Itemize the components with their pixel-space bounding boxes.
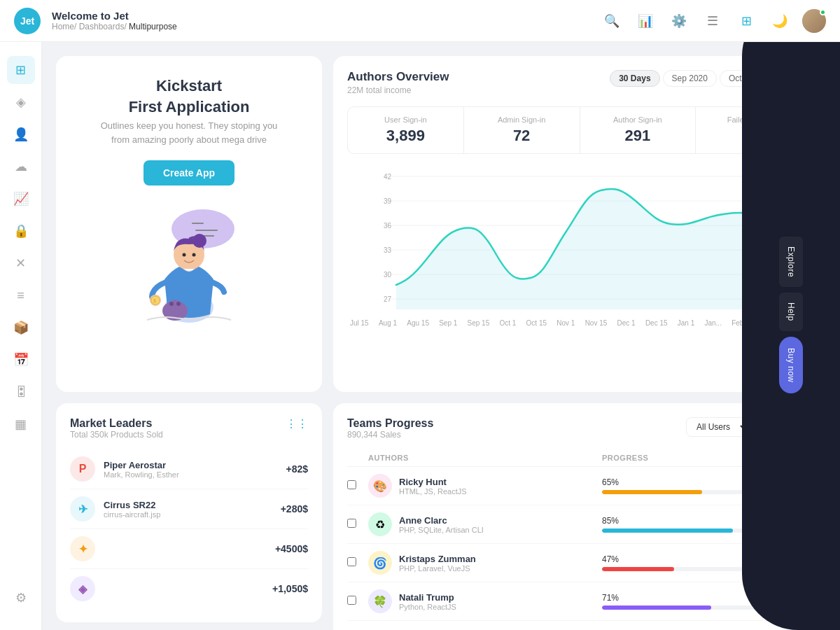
market-name: Cirrus SR22 (104, 500, 281, 510)
breadcrumb: Home/ Dashboards/ Multipurpose (52, 22, 601, 31)
authors-title: Authors Overview (347, 70, 449, 84)
market-value: +1,050$ (272, 583, 308, 594)
sidebar-item-lock[interactable]: 🔒 (7, 217, 35, 245)
buy-now-button[interactable]: Buy now (779, 337, 803, 394)
market-value: +4500$ (275, 543, 308, 554)
svg-text:30: 30 (384, 271, 392, 279)
progress-bar-wrap (602, 567, 756, 571)
stat-author-signin-value: 291 (586, 127, 690, 145)
main-content: Kickstart First Application Outlines kee… (42, 42, 840, 630)
teams-title: Teams Progress (347, 417, 433, 430)
explore-button[interactable]: Explore (779, 237, 803, 287)
help-button[interactable]: Help (779, 293, 803, 331)
teams-user-select[interactable]: All Users (686, 417, 750, 437)
progress-bar-wrap (602, 528, 756, 533)
sidebar-item-calendar[interactable]: 📅 (7, 346, 35, 374)
menu-icon[interactable]: ☰ (701, 10, 724, 32)
team-author-info: 🍀 Natali Trump Python, ReactJS (368, 589, 602, 613)
market-logo-cirrus: ✈ (70, 496, 95, 522)
stat-user-signin: User Sign-in 3,899 (348, 107, 464, 153)
top-row: Kickstart First Application Outlines kee… (56, 56, 826, 392)
progress-label: 85% (602, 516, 756, 526)
logo[interactable]: Jet (14, 8, 41, 34)
row-checkbox[interactable] (347, 596, 356, 605)
market-value: +82$ (286, 463, 308, 475)
row-checkbox[interactable] (347, 557, 356, 566)
sidebar-item-layout[interactable]: ▦ (7, 410, 35, 438)
svg-text:27: 27 (384, 295, 392, 303)
team-name: Ricky Hunt (399, 477, 467, 487)
sidebar-bottom: ⚙ (7, 584, 35, 616)
topnav-title: Welcome to Jet Home/ Dashboards/ Multipu… (52, 10, 601, 31)
svg-point-9 (183, 253, 186, 257)
market-sub: Mark, Rowling, Esther (104, 470, 286, 479)
sidebar-item-user[interactable]: 👤 (7, 120, 35, 148)
grid-icon[interactable]: ⊞ (735, 10, 757, 32)
market-logo-piper: P (70, 456, 95, 482)
x-label: Oct 1 (499, 319, 516, 327)
right-panel: Explore Help Buy now (742, 0, 840, 630)
x-label: Nov 1 (556, 319, 575, 327)
x-label: Jul 15 (350, 319, 369, 327)
stat-author-signin: Author Sign-in 291 (580, 107, 696, 153)
authors-subtitle: 22M total income (347, 85, 449, 95)
market-name: Piper Aerostar (104, 460, 286, 470)
svg-text:39: 39 (384, 197, 392, 205)
sidebar-item-package[interactable]: 📦 (7, 314, 35, 342)
svg-point-10 (192, 253, 196, 257)
team-name: Natali Trump (399, 592, 456, 603)
progress-label: 65% (602, 477, 756, 487)
team-author-info: ♻ Anne Clarc PHP, SQLite, Artisan CLI (368, 512, 602, 536)
kickstart-illustration: $ (126, 202, 252, 328)
stat-user-signin-value: 3,899 (354, 127, 458, 145)
team-author-info: 🎨 Ricky Hunt HTML, JS, ReactJS (368, 474, 602, 498)
sidebar-item-cloud[interactable]: ☁ (7, 153, 35, 181)
user-avatar-wrap[interactable] (802, 9, 826, 33)
sidebar-item-settings[interactable]: ⚙ (7, 584, 35, 612)
x-label: Aug 1 (379, 319, 397, 327)
settings-icon[interactable]: ⚙️ (668, 10, 690, 32)
chart-icon[interactable]: 📊 (634, 10, 657, 32)
row-checkbox-wrap (347, 595, 368, 608)
team-avatar: 🌀 (368, 551, 392, 575)
team-avatar: 🎨 (368, 474, 392, 498)
sidebar-item-menu[interactable]: ≡ (7, 281, 35, 309)
x-label: Dec 15 (645, 319, 668, 327)
team-author-details: Kristaps Zumman PHP, Laravel, VueJS (399, 554, 476, 573)
market-leaders-card: Market Leaders Total 350k Products Sold … (56, 403, 322, 622)
x-label: Dec 1 (617, 319, 636, 327)
market-logo-3: ✦ (70, 536, 95, 561)
sidebar-item-grid[interactable]: ⊞ (7, 56, 35, 84)
date-tab-30days[interactable]: 30 Days (610, 70, 659, 87)
svg-text:33: 33 (384, 246, 392, 254)
moon-icon[interactable]: 🌙 (769, 10, 791, 32)
sidebar-item-close[interactable]: ✕ (7, 249, 35, 277)
market-more-icon[interactable]: ⋮⋮ (286, 417, 308, 430)
x-label: Nov 15 (585, 319, 608, 327)
x-label: Oct 15 (526, 319, 547, 327)
team-author-info: 🌀 Kristaps Zumman PHP, Laravel, VueJS (368, 551, 602, 575)
topnav-icons: 🔍 📊 ⚙️ ☰ ⊞ 🌙 (601, 9, 826, 33)
team-skills: HTML, JS, ReactJS (399, 487, 467, 496)
team-avatar: 🍀 (368, 589, 392, 613)
market-subtitle: Total 350k Products Sold (70, 430, 163, 440)
kickstart-description: Outlines keep you honest. They stoping y… (98, 119, 280, 146)
x-label: Jan... (704, 319, 721, 327)
create-app-button[interactable]: Create App (144, 160, 234, 186)
progress-label: 47% (602, 554, 756, 564)
market-item: ◈ +1,050$ (70, 569, 308, 608)
market-value: +280$ (281, 503, 308, 514)
page-title: Welcome to Jet (52, 10, 601, 22)
search-icon[interactable]: 🔍 (601, 10, 623, 32)
progress-bar-wrap (602, 606, 756, 610)
team-author-details: Anne Clarc PHP, SQLite, Artisan CLI (399, 515, 484, 534)
sidebar-item-layers[interactable]: ◈ (7, 88, 35, 116)
stat-admin-signin-label: Admin Sign-in (470, 115, 574, 124)
sidebar-item-chart[interactable]: 📈 (7, 185, 35, 213)
sidebar-item-sliders[interactable]: 🎛 (7, 378, 35, 406)
team-skills: Python, ReactJS (399, 603, 456, 611)
date-tab-sep2020[interactable]: Sep 2020 (663, 70, 717, 87)
row-checkbox[interactable] (347, 519, 356, 528)
row-checkbox[interactable] (347, 480, 356, 489)
x-label: Agu 15 (407, 319, 429, 327)
